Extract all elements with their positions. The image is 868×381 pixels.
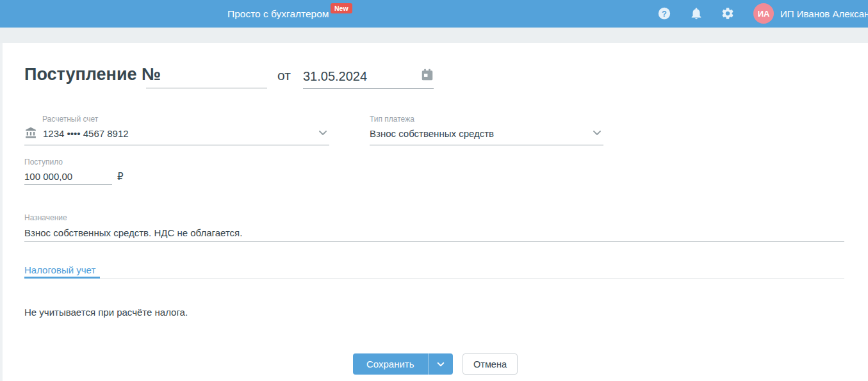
tab-separator <box>24 278 844 279</box>
chevron-down-icon[interactable] <box>593 130 602 136</box>
gear-icon[interactable] <box>721 6 735 20</box>
payment-type-select[interactable]: Тип платежа Взнос собственных средств <box>370 112 603 145</box>
account-underline <box>24 145 329 145</box>
left-gutter <box>0 43 3 381</box>
bell-icon[interactable] <box>689 6 703 20</box>
payment-type-label: Тип платежа <box>370 115 414 124</box>
purpose-input[interactable]: Взнос собственных средств. НДС не облага… <box>24 227 242 238</box>
cancel-button[interactable]: Отмена <box>463 353 518 375</box>
chevron-down-icon[interactable] <box>318 130 327 136</box>
date-underline <box>303 88 434 89</box>
page-title: Поступление № <box>24 65 161 85</box>
tab-tax-accounting[interactable]: Налоговый учет <box>24 264 95 275</box>
new-badge: New <box>331 3 352 13</box>
bank-icon <box>24 127 37 139</box>
account-select[interactable]: Расчетный счет 1234 •••• 4567 8912 <box>24 112 329 145</box>
calendar-icon[interactable] <box>420 68 434 82</box>
date-prefix-label: от <box>277 68 291 83</box>
app-title: Просто с бухгалтером <box>227 0 329 28</box>
tax-note: Не учитывается при расчёте налога. <box>24 307 188 318</box>
avatar-initials: ИА <box>758 9 770 19</box>
top-bar: Просто с бухгалтером New ? ИА ИП Иванов … <box>0 0 868 28</box>
tab-active-indicator <box>24 277 100 279</box>
purpose-underline <box>24 241 844 242</box>
receipt-form-page: Просто с бухгалтером New ? ИА ИП Иванов … <box>0 0 868 381</box>
save-options-chevron-icon[interactable] <box>429 353 453 375</box>
purpose-label: Назначение <box>24 213 67 222</box>
amount-label: Поступило <box>24 158 63 166</box>
date-input[interactable]: 31.05.2024 <box>303 69 367 84</box>
amount-input[interactable]: 100 000,00 <box>24 171 72 182</box>
currency-symbol: ₽ <box>117 171 124 182</box>
account-value: 1234 •••• 4567 8912 <box>43 128 129 139</box>
payment-type-value: Взнос собственных средств <box>370 128 494 139</box>
avatar[interactable]: ИА <box>753 3 774 24</box>
user-menu[interactable]: ИП Иванов Алексан <box>780 0 868 28</box>
save-button[interactable]: Сохранить <box>353 353 453 375</box>
document-number-input[interactable] <box>146 70 267 88</box>
sub-header-band <box>0 28 868 43</box>
svg-text:?: ? <box>662 9 667 19</box>
payment-type-underline <box>370 145 603 145</box>
account-label: Расчетный счет <box>42 115 98 124</box>
amount-underline <box>24 184 112 185</box>
help-icon[interactable]: ? <box>657 6 671 20</box>
save-button-label: Сохранить <box>353 359 428 369</box>
